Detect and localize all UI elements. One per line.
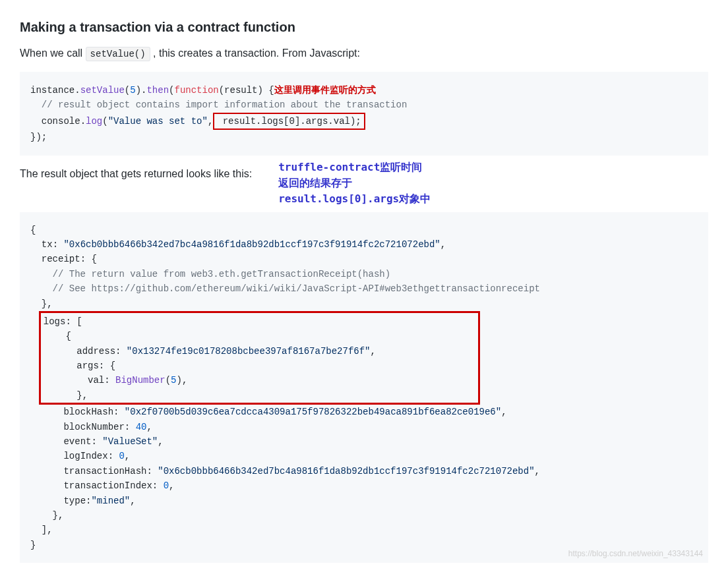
log-close: }, xyxy=(53,510,64,521)
logs-close: ], xyxy=(42,525,53,535)
annotation-blue-line-2: 返回的结果存于 xyxy=(278,175,431,191)
intro-paragraph: When we call setValue() , this creates a… xyxy=(20,45,708,61)
watermark-text: https://blog.csdn.net/weixin_43343144 xyxy=(568,548,703,560)
args-open: args: { xyxy=(76,360,115,371)
code-comment-1: // result object contains import informa… xyxy=(42,100,408,110)
red-box-logs: logs: [ { address: "0x13274fe19c0178208b… xyxy=(39,311,480,405)
code-line-3: console.log("Value was set to", result.l… xyxy=(42,116,365,127)
event-line: event: "ValueSet", xyxy=(63,436,163,447)
mid-paragraph: The result object that gets returned loo… xyxy=(20,166,252,182)
logindex-line: logIndex: 0, xyxy=(63,451,130,461)
blockhash-line: blockHash: "0x2f0700b5d039c6ea7cdcca4309… xyxy=(63,407,506,417)
code-line-4: }); xyxy=(30,132,47,142)
inline-code-setvalue: setValue() xyxy=(86,47,150,61)
annotation-blue-block: truffle-contract监听时间 返回的结果存于 result.logs… xyxy=(278,159,431,207)
receipt-close: }, xyxy=(42,299,53,309)
object-close: } xyxy=(30,540,36,550)
intro-text-after: , this creates a transaction. From Javas… xyxy=(150,47,360,59)
receipt-open: receipt: { xyxy=(42,254,97,264)
annotation-blue-line-1: truffle-contract监听时间 xyxy=(278,159,431,175)
red-box-inline: result.logs[0].args.val); xyxy=(213,113,365,130)
receipt-comment-2: // See https://github.com/ethereum/wiki/… xyxy=(53,283,540,294)
tx-line: tx: "0x6cb0bbb6466b342ed7bc4a9816f1da8b9… xyxy=(42,239,446,250)
args-close: }, xyxy=(76,390,88,401)
blocknumber-line: blockNumber: 40, xyxy=(63,422,152,432)
code-line-1: instance.setValue(5).then(function(resul… xyxy=(30,85,376,96)
type-line: type:"mined", xyxy=(63,496,135,506)
annotation-red-inline: 这里调用事件监听的方式 xyxy=(274,84,376,95)
txindex-line: transactionIndex: 0, xyxy=(63,480,174,491)
code-block-2: { tx: "0x6cb0bbb6466b342ed7bc4a9816f1da8… xyxy=(20,212,708,563)
address-line: address: "0x13274fe19c0178208bcbee397af8… xyxy=(76,346,376,357)
annotation-blue-line-3: result.logs[0].args对象中 xyxy=(278,191,431,207)
txhash-line: transactionHash: "0x6cb0bbb6466b342ed7bc… xyxy=(63,466,540,476)
receipt-comment-1: // The return value from web3.eth.getTra… xyxy=(53,269,390,279)
val-line: val: BigNumber(5), xyxy=(88,375,187,386)
code-block-1: instance.setValue(5).then(function(resul… xyxy=(20,72,708,156)
intro-text-before: When we call xyxy=(20,47,86,59)
section-heading: Making a transaction via a contract func… xyxy=(20,20,708,35)
